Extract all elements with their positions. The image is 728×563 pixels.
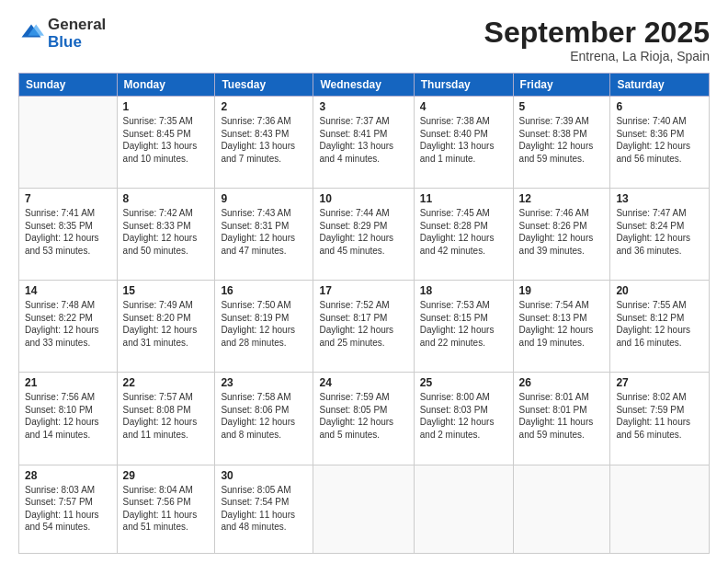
day-info: Sunrise: 7:50 AM Sunset: 8:19 PM Dayligh… — [221, 299, 307, 349]
calendar-cell: 16Sunrise: 7:50 AM Sunset: 8:19 PM Dayli… — [215, 281, 313, 373]
calendar-header: Sunday Monday Tuesday Wednesday Thursday… — [19, 74, 710, 97]
day-info: Sunrise: 7:37 AM Sunset: 8:41 PM Dayligh… — [319, 115, 407, 165]
day-number: 29 — [123, 469, 210, 482]
calendar-cell: 13Sunrise: 7:47 AM Sunset: 8:24 PM Dayli… — [610, 189, 710, 281]
calendar-cell: 11Sunrise: 7:45 AM Sunset: 8:28 PM Dayli… — [414, 189, 513, 281]
calendar-cell: 8Sunrise: 7:42 AM Sunset: 8:33 PM Daylig… — [117, 189, 215, 281]
calendar-cell: 23Sunrise: 7:58 AM Sunset: 8:06 PM Dayli… — [215, 373, 313, 465]
day-number: 6 — [616, 100, 703, 113]
calendar-cell: 5Sunrise: 7:39 AM Sunset: 8:38 PM Daylig… — [513, 97, 610, 189]
day-info: Sunrise: 7:53 AM Sunset: 8:15 PM Dayligh… — [420, 299, 507, 349]
day-number: 9 — [221, 192, 307, 205]
header: General Blue September 2025 Entrena, La … — [18, 17, 710, 63]
calendar-body: 1Sunrise: 7:35 AM Sunset: 8:45 PM Daylig… — [19, 97, 710, 554]
calendar-cell — [313, 465, 414, 553]
day-number: 11 — [420, 192, 507, 205]
col-wednesday: Wednesday — [313, 74, 414, 97]
col-thursday: Thursday — [414, 74, 513, 97]
calendar-week-4: 21Sunrise: 7:56 AM Sunset: 8:10 PM Dayli… — [19, 373, 710, 465]
day-number: 16 — [221, 284, 307, 297]
calendar-cell: 2Sunrise: 7:36 AM Sunset: 8:43 PM Daylig… — [215, 97, 313, 189]
logo: General Blue — [18, 17, 106, 51]
day-info: Sunrise: 7:57 AM Sunset: 8:08 PM Dayligh… — [123, 391, 210, 441]
calendar-cell — [610, 465, 710, 553]
day-info: Sunrise: 7:52 AM Sunset: 8:17 PM Dayligh… — [319, 299, 407, 349]
logo-icon — [18, 21, 44, 47]
logo-general: General — [48, 17, 106, 34]
day-number: 4 — [420, 100, 507, 113]
location: Entrena, La Rioja, Spain — [484, 49, 710, 63]
logo-text: General Blue — [48, 17, 106, 51]
page: General Blue September 2025 Entrena, La … — [0, 0, 728, 563]
calendar-cell: 14Sunrise: 7:48 AM Sunset: 8:22 PM Dayli… — [19, 281, 118, 373]
col-saturday: Saturday — [610, 74, 710, 97]
calendar-cell: 4Sunrise: 7:38 AM Sunset: 8:40 PM Daylig… — [414, 97, 513, 189]
day-info: Sunrise: 7:58 AM Sunset: 8:06 PM Dayligh… — [221, 391, 307, 441]
day-number: 28 — [25, 469, 111, 482]
col-tuesday: Tuesday — [215, 74, 313, 97]
day-number: 30 — [221, 469, 307, 482]
calendar-cell — [513, 465, 610, 553]
day-number: 15 — [123, 284, 210, 297]
calendar-cell: 7Sunrise: 7:41 AM Sunset: 8:35 PM Daylig… — [19, 189, 118, 281]
day-number: 2 — [221, 100, 307, 113]
day-info: Sunrise: 7:56 AM Sunset: 8:10 PM Dayligh… — [25, 391, 111, 441]
calendar: Sunday Monday Tuesday Wednesday Thursday… — [18, 73, 710, 554]
day-info: Sunrise: 7:42 AM Sunset: 8:33 PM Dayligh… — [123, 207, 210, 257]
day-info: Sunrise: 7:45 AM Sunset: 8:28 PM Dayligh… — [420, 207, 507, 257]
calendar-cell: 12Sunrise: 7:46 AM Sunset: 8:26 PM Dayli… — [513, 189, 610, 281]
calendar-week-3: 14Sunrise: 7:48 AM Sunset: 8:22 PM Dayli… — [19, 281, 710, 373]
day-info: Sunrise: 7:38 AM Sunset: 8:40 PM Dayligh… — [420, 115, 507, 165]
calendar-cell: 1Sunrise: 7:35 AM Sunset: 8:45 PM Daylig… — [117, 97, 215, 189]
day-info: Sunrise: 7:54 AM Sunset: 8:13 PM Dayligh… — [519, 299, 605, 349]
day-info: Sunrise: 7:43 AM Sunset: 8:31 PM Dayligh… — [221, 207, 307, 257]
col-monday: Monday — [117, 74, 215, 97]
day-number: 26 — [519, 376, 605, 389]
day-info: Sunrise: 7:40 AM Sunset: 8:36 PM Dayligh… — [616, 115, 703, 165]
calendar-cell: 3Sunrise: 7:37 AM Sunset: 8:41 PM Daylig… — [313, 97, 414, 189]
day-number: 17 — [319, 284, 407, 297]
day-number: 22 — [123, 376, 210, 389]
calendar-cell: 20Sunrise: 7:55 AM Sunset: 8:12 PM Dayli… — [610, 281, 710, 373]
day-info: Sunrise: 7:47 AM Sunset: 8:24 PM Dayligh… — [616, 207, 703, 257]
day-info: Sunrise: 8:02 AM Sunset: 7:59 PM Dayligh… — [616, 391, 703, 441]
day-info: Sunrise: 8:01 AM Sunset: 8:01 PM Dayligh… — [519, 391, 605, 441]
day-number: 8 — [123, 192, 210, 205]
day-number: 3 — [319, 100, 407, 113]
col-sunday: Sunday — [19, 74, 118, 97]
title-block: September 2025 Entrena, La Rioja, Spain — [484, 17, 710, 63]
calendar-cell: 19Sunrise: 7:54 AM Sunset: 8:13 PM Dayli… — [513, 281, 610, 373]
calendar-cell — [19, 97, 118, 189]
logo-blue: Blue — [48, 34, 106, 52]
calendar-cell: 21Sunrise: 7:56 AM Sunset: 8:10 PM Dayli… — [19, 373, 118, 465]
calendar-week-1: 1Sunrise: 7:35 AM Sunset: 8:45 PM Daylig… — [19, 97, 710, 189]
calendar-cell: 28Sunrise: 8:03 AM Sunset: 7:57 PM Dayli… — [19, 465, 118, 553]
day-number: 5 — [519, 100, 605, 113]
calendar-cell: 25Sunrise: 8:00 AM Sunset: 8:03 PM Dayli… — [414, 373, 513, 465]
calendar-cell: 26Sunrise: 8:01 AM Sunset: 8:01 PM Dayli… — [513, 373, 610, 465]
day-info: Sunrise: 7:59 AM Sunset: 8:05 PM Dayligh… — [319, 391, 407, 441]
day-info: Sunrise: 7:49 AM Sunset: 8:20 PM Dayligh… — [123, 299, 210, 349]
day-number: 19 — [519, 284, 605, 297]
day-number: 12 — [519, 192, 605, 205]
day-info: Sunrise: 8:03 AM Sunset: 7:57 PM Dayligh… — [25, 484, 111, 534]
calendar-cell: 10Sunrise: 7:44 AM Sunset: 8:29 PM Dayli… — [313, 189, 414, 281]
day-number: 24 — [319, 376, 407, 389]
calendar-cell: 9Sunrise: 7:43 AM Sunset: 8:31 PM Daylig… — [215, 189, 313, 281]
day-number: 7 — [25, 192, 111, 205]
day-number: 18 — [420, 284, 507, 297]
day-number: 25 — [420, 376, 507, 389]
calendar-week-5: 28Sunrise: 8:03 AM Sunset: 7:57 PM Dayli… — [19, 465, 710, 553]
calendar-week-2: 7Sunrise: 7:41 AM Sunset: 8:35 PM Daylig… — [19, 189, 710, 281]
day-info: Sunrise: 7:35 AM Sunset: 8:45 PM Dayligh… — [123, 115, 210, 165]
day-number: 23 — [221, 376, 307, 389]
day-info: Sunrise: 7:36 AM Sunset: 8:43 PM Dayligh… — [221, 115, 307, 165]
calendar-cell: 24Sunrise: 7:59 AM Sunset: 8:05 PM Dayli… — [313, 373, 414, 465]
header-row: Sunday Monday Tuesday Wednesday Thursday… — [19, 74, 710, 97]
calendar-cell: 30Sunrise: 8:05 AM Sunset: 7:54 PM Dayli… — [215, 465, 313, 553]
calendar-cell — [414, 465, 513, 553]
calendar-cell: 29Sunrise: 8:04 AM Sunset: 7:56 PM Dayli… — [117, 465, 215, 553]
day-info: Sunrise: 7:46 AM Sunset: 8:26 PM Dayligh… — [519, 207, 605, 257]
day-number: 20 — [616, 284, 703, 297]
day-info: Sunrise: 7:55 AM Sunset: 8:12 PM Dayligh… — [616, 299, 703, 349]
